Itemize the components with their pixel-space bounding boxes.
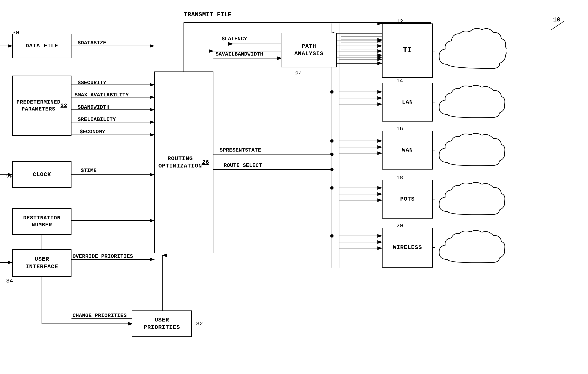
diagram: 10 TRANSMIT FILE DATA FILE 30 PREDETERMI… [0,0,588,374]
ref-32: 32 [196,321,203,327]
override-priorities-label: OVERRIDE PRIORITIES [73,253,133,259]
ti-cloud [435,23,506,79]
wireless-box: WIRELESS [382,228,433,267]
ref-30: 30 [12,30,19,36]
wan-cloud [435,131,506,171]
svg-point-50 [330,168,334,171]
ref-34: 34 [6,278,13,284]
svg-point-54 [330,186,334,190]
present-state-label: $PRESENTSTATE [220,147,261,153]
wan-box: WAN [382,131,433,170]
svg-point-58 [330,234,334,237]
route-select-label: ROUTE SELECT [224,162,262,169]
security-label: $SECURITY [78,80,106,86]
avail-bandwidth-label: $AVAILBANDWIDTH [215,51,263,57]
ref-24: 24 [295,70,302,77]
pots-box: POTS [382,180,433,219]
svg-point-44 [330,90,334,94]
time-label: $TIME [81,168,97,174]
destination-number-box: DESTINATIONNUMBER [12,208,72,235]
path-analysis-box: PATHANALYSIS [281,33,337,67]
routing-optimization-box: ROUTINGOPTIMIZATION26 [154,72,213,253]
transmit-file-label: TRANSMIT FILE [184,11,231,18]
economy-label: $ECONOMY [80,129,105,135]
svg-point-49 [330,153,334,156]
latency-label: $LATENCY [221,36,247,42]
user-priorities-box: USERPRIORITIES [132,310,192,337]
datasize-label: $DATASIZE [78,40,106,46]
change-priorities-label: CHANGE PRIORITIES [73,312,127,319]
max-avail-label: $MAX AVAILABILITY [74,92,129,98]
clock-box: CLOCK [12,161,72,188]
ref-12: 12 [396,18,403,25]
predetermined-params-box: PREDETERMINEDPARAMETERS22 [12,75,72,136]
bandwidth-label: $BANDWIDTH [78,104,109,110]
reliability-label: $RELIABILITY [78,117,116,123]
data-file-box: DATA FILE [12,34,72,58]
user-interface-box: USERINTERFACE [12,249,72,277]
lan-box: LAN [382,83,433,122]
lan-cloud [435,83,506,123]
pots-cloud [435,180,506,220]
ref-20: 20 [396,223,403,229]
ref-16: 16 [396,126,403,132]
wireless-cloud [435,228,506,267]
ref-28: 28 [6,174,13,180]
ref-10: 10 [553,16,560,23]
ref-14: 14 [396,78,403,84]
ti-box: TI [382,23,433,78]
ref-18: 18 [396,175,403,181]
svg-point-48 [330,139,334,143]
